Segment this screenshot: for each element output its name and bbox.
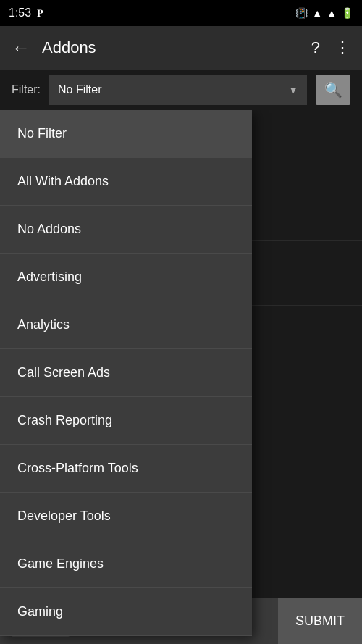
dropdown-item-label: Cross-Platform Tools	[17, 461, 138, 476]
dropdown-item-analytics[interactable]: Analytics	[0, 301, 252, 349]
dropdown-item-gaming[interactable]: Gaming	[0, 588, 252, 636]
dropdown-item-label: Crash Reporting	[17, 413, 112, 428]
pushbullet-icon: 𝐏	[37, 7, 43, 20]
dropdown-item-all-with-addons[interactable]: All With Addons	[0, 158, 252, 206]
submit-label: SUBMIT	[295, 614, 345, 629]
top-actions: ? ⋮	[311, 38, 350, 57]
main-content: s, Android NDK,eal, Chartboost,e, Fireba…	[0, 110, 362, 644]
status-time: 1:53	[9, 7, 31, 20]
dropdown-item-label: No Addons	[17, 222, 81, 237]
status-right: 📳 ▲ ▲ 🔋	[295, 7, 353, 19]
dropdown-item-advertising[interactable]: Advertising	[0, 254, 252, 301]
dropdown-item-game-engines[interactable]: Game Engines	[0, 540, 252, 588]
dropdown-item-label: Analytics	[17, 317, 70, 333]
signal-icon: ▲	[327, 7, 337, 19]
filter-row: Filter: No Filter ▼ 🔍	[0, 70, 362, 110]
dropdown-item-crash-reporting[interactable]: Crash Reporting	[0, 397, 252, 445]
dropdown-item-label: Advertising	[17, 269, 82, 285]
submit-button[interactable]: SUBMIT	[278, 598, 362, 644]
dropdown-item-label: Game Engines	[17, 556, 104, 572]
more-options-button[interactable]: ⋮	[334, 38, 350, 57]
dropdown-item-developer-tools[interactable]: Developer Tools	[0, 493, 252, 540]
dropdown-item-cross-platform-tools[interactable]: Cross-Platform Tools	[0, 445, 252, 493]
dropdown-item-call-screen-ads[interactable]: Call Screen Ads	[0, 349, 252, 397]
dropdown-item-no-filter[interactable]: No Filter	[0, 110, 252, 158]
dropdown-item-no-addons[interactable]: No Addons	[0, 206, 252, 254]
status-bar: 1:53 𝐏 📳 ▲ ▲ 🔋	[0, 0, 362, 26]
dropdown-item-label: No Filter	[17, 126, 67, 141]
vibrate-icon: 📳	[295, 7, 308, 19]
search-button[interactable]: 🔍	[316, 75, 350, 105]
filter-selected-value: No Filter	[58, 83, 101, 96]
back-button[interactable]: ←	[12, 37, 30, 59]
dropdown-item-label: All With Addons	[17, 174, 109, 189]
back-icon: ←	[12, 37, 30, 59]
dropdown-item-label: Gaming	[17, 604, 63, 619]
top-bar: ← Addons ? ⋮	[0, 26, 362, 70]
filter-label: Filter:	[12, 83, 41, 96]
status-left: 1:53 𝐏	[9, 7, 43, 20]
dropdown-arrow-icon: ▼	[288, 84, 298, 96]
battery-icon: 🔋	[341, 7, 353, 19]
filter-dropdown[interactable]: No Filter ▼	[49, 75, 307, 105]
page-title: Addons	[42, 38, 300, 57]
dropdown-item-label: Call Screen Ads	[17, 365, 110, 380]
help-button[interactable]: ?	[311, 38, 320, 57]
search-icon: 🔍	[324, 81, 342, 99]
dropdown-item-label: Developer Tools	[17, 509, 111, 524]
filter-dropdown-menu: No Filter All With Addons No Addons Adve…	[0, 110, 252, 636]
wifi-icon: ▲	[312, 7, 322, 19]
